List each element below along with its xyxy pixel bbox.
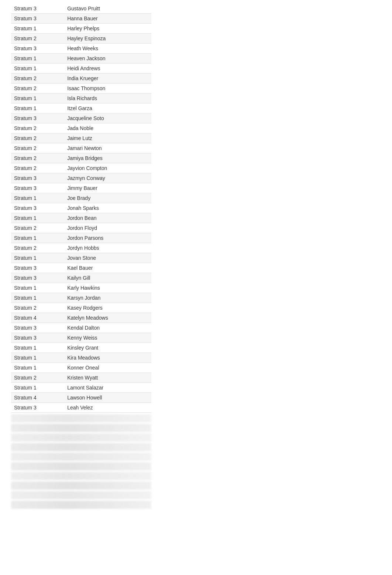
stratum-cell: Stratum 1 <box>11 24 64 34</box>
table-row: Stratum 2Jada Noble <box>11 123 151 133</box>
stratum-cell: Stratum 3 <box>11 14 64 24</box>
table-row: Stratum 2Jaime Lutz <box>11 133 151 143</box>
stratum-cell: Stratum 2 <box>11 123 64 133</box>
name-cell: Isaac Thompson <box>64 84 151 93</box>
table-row: Stratum 1Konner Oneal <box>11 363 151 373</box>
name-cell: Hanna Bauer <box>64 14 151 24</box>
name-cell: Jordon Floyd <box>64 223 151 233</box>
table-row: Stratum 2Jayvion Compton <box>11 163 151 173</box>
name-cell: Karsyn Jordan <box>64 293 151 303</box>
table-row: Stratum 2Jamiya Bridges <box>11 153 151 163</box>
stratum-cell: Stratum 2 <box>11 143 64 153</box>
table-row: Stratum 2Jordon Floyd <box>11 223 151 233</box>
name-cell: Katelyn Meadows <box>64 313 151 323</box>
stratum-cell: Stratum 3 <box>11 203 64 213</box>
name-cell: Kasey Rodgers <box>64 303 151 313</box>
table-row: Stratum 1Karly Hawkins <box>11 283 151 293</box>
stratum-cell: Stratum 1 <box>11 283 64 293</box>
stratum-cell: Stratum 3 <box>11 333 64 343</box>
stratum-cell: Stratum 2 <box>11 163 64 173</box>
table-row: Stratum 1Heaven Jackson <box>11 54 151 64</box>
table-row: Stratum 1Joe Brady <box>11 193 151 203</box>
table-row: Stratum 4Katelyn Meadows <box>11 313 151 323</box>
table-row: Stratum 2Isaac Thompson <box>11 84 151 93</box>
stratum-cell: Stratum 2 <box>11 243 64 253</box>
name-cell: Jamiya Bridges <box>64 153 151 163</box>
stratum-cell: Stratum 1 <box>11 103 64 113</box>
name-cell: Jonah Sparks <box>64 203 151 213</box>
stratum-cell: Stratum 3 <box>11 323 64 333</box>
table-row: Stratum 3Heath Weeks <box>11 44 151 54</box>
table-row: Stratum 1Heidi Andrews <box>11 64 151 74</box>
stratum-cell: Stratum 2 <box>11 303 64 313</box>
stratum-cell: Stratum 1 <box>11 353 64 363</box>
stratum-cell: Stratum 1 <box>11 64 64 74</box>
stratum-cell: Stratum 3 <box>11 183 64 193</box>
name-cell: Kailyn Gill <box>64 273 151 283</box>
table-row: Stratum 1Kinsley Grant <box>11 343 151 353</box>
table-row: Stratum 2Jordyn Hobbs <box>11 243 151 253</box>
table-row: Stratum 1Lamont Salazar <box>11 383 151 393</box>
table-row: Stratum 2Jamari Newton <box>11 143 151 153</box>
table-row: Stratum 1Jordon Parsons <box>11 233 151 243</box>
name-cell: Lamont Salazar <box>64 383 151 393</box>
stratum-cell: Stratum 3 <box>11 273 64 283</box>
name-cell: Harley Phelps <box>64 24 151 34</box>
name-cell: Jazmyn Conway <box>64 173 151 183</box>
stratum-cell: Stratum 3 <box>11 263 64 273</box>
name-cell: Kinsley Grant <box>64 343 151 353</box>
name-cell: Jacqueline Soto <box>64 113 151 123</box>
table-row: Stratum 3Kendal Dalton <box>11 323 151 333</box>
name-cell: Hayley Espinoza <box>64 34 151 44</box>
stratum-cell: Stratum 4 <box>11 393 64 403</box>
table-row: Stratum 3Jacqueline Soto <box>11 113 151 123</box>
table-row: Stratum 4Lawson Howell <box>11 393 151 403</box>
stratum-cell: Stratum 1 <box>11 253 64 263</box>
table-row: Stratum 1Harley Phelps <box>11 24 151 34</box>
table-row: Stratum 3Jonah Sparks <box>11 203 151 213</box>
name-cell: Heaven Jackson <box>64 54 151 64</box>
main-content: Stratum 3Gustavo PruittStratum 3Hanna Ba… <box>0 0 392 514</box>
stratum-cell: Stratum 2 <box>11 84 64 93</box>
table-row: Stratum 3Jazmyn Conway <box>11 173 151 183</box>
name-cell: Leah Velez <box>64 403 151 413</box>
name-cell: Konner Oneal <box>64 363 151 373</box>
table-row: Stratum 3Hanna Bauer <box>11 14 151 24</box>
stratum-cell: Stratum 2 <box>11 34 64 44</box>
name-cell: Kael Bauer <box>64 263 151 273</box>
name-cell: Gustavo Pruitt <box>64 4 151 14</box>
stratum-cell: Stratum 1 <box>11 293 64 303</box>
name-cell: Heidi Andrews <box>64 64 151 74</box>
stratum-cell: Stratum 1 <box>11 193 64 203</box>
name-cell: Itzel Garza <box>64 103 151 113</box>
table-row: Stratum 3Kailyn Gill <box>11 273 151 283</box>
name-cell: Kendal Dalton <box>64 323 151 333</box>
stratum-cell: Stratum 2 <box>11 373 64 383</box>
name-cell: Heath Weeks <box>64 44 151 54</box>
stratum-cell: Stratum 2 <box>11 223 64 233</box>
stratum-cell: Stratum 1 <box>11 93 64 103</box>
table-row: Stratum 2Kristen Wyatt <box>11 373 151 383</box>
stratum-cell: Stratum 3 <box>11 4 64 14</box>
table-row: Stratum 2Hayley Espinoza <box>11 34 151 44</box>
name-cell: Jovan Stone <box>64 253 151 263</box>
table-row: Stratum 1Kira Meadows <box>11 353 151 363</box>
table-row: Stratum 1Itzel Garza <box>11 103 151 113</box>
name-cell: Lawson Howell <box>64 393 151 403</box>
stratum-cell: Stratum 3 <box>11 44 64 54</box>
name-cell: Jada Noble <box>64 123 151 133</box>
table-row: Stratum 3Jimmy Bauer <box>11 183 151 193</box>
table-row: Stratum 3Kenny Weiss <box>11 333 151 343</box>
stratum-cell: Stratum 1 <box>11 233 64 243</box>
stratum-cell: Stratum 2 <box>11 74 64 84</box>
name-cell: Kira Meadows <box>64 353 151 363</box>
name-cell: India Krueger <box>64 74 151 84</box>
stratum-cell: Stratum 3 <box>11 403 64 413</box>
stratum-cell: Stratum 1 <box>11 383 64 393</box>
name-cell: Jimmy Bauer <box>64 183 151 193</box>
name-cell: Jaime Lutz <box>64 133 151 143</box>
data-table: Stratum 3Gustavo PruittStratum 3Hanna Ba… <box>11 4 151 413</box>
stratum-cell: Stratum 3 <box>11 113 64 123</box>
stratum-cell: Stratum 1 <box>11 54 64 64</box>
table-row: Stratum 2Kasey Rodgers <box>11 303 151 313</box>
